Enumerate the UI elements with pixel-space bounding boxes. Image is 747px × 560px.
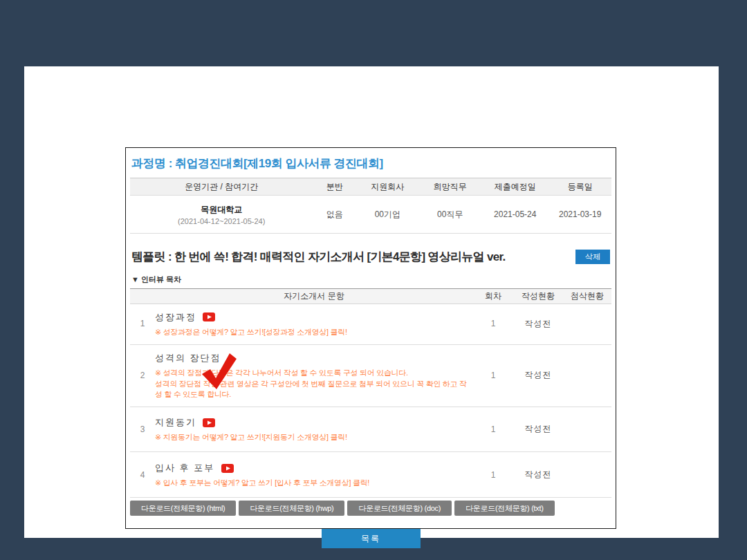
question-note: ※ 성격의 장점과 단점은 각각 나누어서 작성 할 수 있도록 구성 되어 있…: [155, 368, 468, 378]
template-title-bar: 템플릿 : 한 번에 쓱! 합격! 매력적인 자기소개서 [기본4문항] 영상리…: [130, 249, 611, 265]
header-job: 희망직무: [419, 181, 481, 193]
header-org-period: 운영기관 / 참여기간: [130, 181, 313, 193]
write-status-value: 작성전: [513, 423, 563, 435]
interview-row-3: 3 지원동기 ※ 지원동기는 어떻게? 알고 쓰기![지원동기 소개영상] 클릭…: [130, 407, 611, 453]
header-round: 회차: [473, 290, 513, 302]
round-value: 1: [473, 424, 513, 434]
list-button-bar: 목록: [130, 529, 611, 548]
row-number: 4: [130, 470, 155, 480]
youtube-play-icon[interactable]: [221, 464, 234, 473]
download-doc-button[interactable]: 다운로드(전체문항) (doc): [347, 501, 452, 516]
cell-org-period: 목원대학교 (2021-04-12~2021-05-24): [130, 204, 313, 225]
row-number: 2: [130, 371, 155, 380]
question-title-link[interactable]: 입사 후 포부: [155, 462, 214, 474]
write-status-value: 작성전: [513, 469, 563, 480]
question-cell: 성격의 장단점 ※ 성격의 장점과 단점은 각각 나누어서 작성 할 수 있도록…: [155, 351, 473, 400]
header-class: 분반: [313, 181, 356, 193]
header-due-date: 제출예정일: [481, 181, 548, 193]
download-txt-button[interactable]: 다운로드(전체문항) (txt): [454, 501, 555, 516]
round-value: 1: [473, 371, 513, 380]
interview-header-row: 자기소개서 문항 회차 작성현황 첨삭현황: [130, 288, 611, 304]
course-info-table: 운영기관 / 참여기간 분반 지원회사 희망직무 제출예정일 등록일 목원대학교…: [130, 178, 611, 234]
header-review-status: 첨삭현황: [563, 290, 611, 302]
course-info-data-row: 목원대학교 (2021-04-12~2021-05-24) 없음 00기업 00…: [130, 196, 611, 234]
question-title-link[interactable]: 성장과정: [155, 311, 196, 324]
cell-due-date: 2021-05-24: [481, 209, 548, 219]
cell-job: 00직무: [419, 209, 481, 221]
round-value: 1: [473, 470, 513, 480]
row-number: 3: [130, 424, 155, 434]
youtube-play-icon[interactable]: [203, 312, 215, 321]
download-button-bar: 다운로드(전체문항) (html) 다운로드(전체문항) (hwp) 다운로드(…: [130, 501, 611, 516]
interview-row-2: 2 성격의 장단점 ※ 성격의 장점과 단점은 각각 나누어서 작성 할 수 있…: [130, 345, 611, 407]
row-number: 1: [130, 319, 155, 328]
cell-class: 없음: [313, 209, 356, 221]
question-cell: 성장과정 ※ 성장과정은 어떻게? 알고 쓰기![성장과정 소개영상] 클릭!: [155, 310, 473, 337]
course-title: 과정명 : 취업경진대회[제19회 입사서류 경진대회]: [130, 148, 611, 178]
content-sheet: 과정명 : 취업경진대회[제19회 입사서류 경진대회] 운영기관 / 참여기간…: [24, 66, 719, 538]
round-value: 1: [473, 319, 513, 328]
course-info-header-row: 운영기관 / 참여기간 분반 지원회사 희망직무 제출예정일 등록일: [130, 178, 611, 196]
template-title: 템플릿 : 한 번에 쓱! 합격! 매력적인 자기소개서 [기본4문항] 영상리…: [131, 249, 575, 265]
list-button[interactable]: 목록: [322, 529, 421, 548]
download-hwp-button[interactable]: 다운로드(전체문항) (hwp): [239, 501, 344, 516]
question-cell: 입사 후 포부 ※ 입사 후 포부는 어떻게? 알고 쓰기 [입사 후 포부 소…: [155, 461, 473, 488]
header-question: 자기소개서 문항: [155, 290, 473, 302]
write-status-value: 작성전: [513, 318, 563, 330]
org-name: 목원대학교: [130, 204, 313, 216]
question-title-link[interactable]: 성격의 장단점: [155, 352, 221, 364]
download-html-button[interactable]: 다운로드(전체문항) (html): [130, 501, 236, 516]
interview-row-4: 4 입사 후 포부 ※ 입사 후 포부는 어떻게? 알고 쓰기 [입사 후 포부…: [130, 452, 611, 498]
question-cell: 지원동기 ※ 지원동기는 어떻게? 알고 쓰기![지원동기 소개영상] 클릭!: [155, 416, 473, 443]
write-status-value: 작성전: [513, 369, 563, 381]
question-note: 성격의 장단점 작성 관련 영상은 각 구성안에 첫 번째 질문으로 첨부 되어…: [155, 379, 468, 400]
delete-button[interactable]: 삭제: [575, 250, 610, 264]
header-company: 지원회사: [356, 181, 418, 193]
cell-reg-date: 2021-03-19: [548, 209, 611, 219]
question-note: ※ 지원동기는 어떻게? 알고 쓰기![지원동기 소개영상] 클릭!: [155, 432, 468, 442]
page: { "colors": { "background_navy": "#2f415…: [0, 0, 747, 560]
question-title-link[interactable]: 지원동기: [155, 416, 196, 429]
header-reg-date: 등록일: [548, 181, 611, 193]
header-write-status: 작성현황: [513, 290, 563, 302]
youtube-play-icon[interactable]: [203, 418, 215, 427]
question-note: ※ 입사 후 포부는 어떻게? 알고 쓰기 [입사 후 포부 소개영상] 클릭!: [155, 478, 468, 488]
interview-toc-label: ▼ 인터뷰 목차: [131, 274, 610, 285]
interview-row-1: 1 성장과정 ※ 성장과정은 어떻게? 알고 쓰기![성장과정 소개영상] 클릭…: [130, 304, 611, 345]
interview-table: 자기소개서 문항 회차 작성현황 첨삭현황 1 성장과정 ※ 성장과정은 어떻게…: [130, 288, 611, 498]
question-note: ※ 성장과정은 어떻게? 알고 쓰기![성장과정 소개영상] 클릭!: [155, 327, 468, 337]
participation-period: (2021-04-12~2021-05-24): [130, 217, 313, 225]
cell-company: 00기업: [356, 209, 418, 221]
course-detail-panel: 과정명 : 취업경진대회[제19회 입사서류 경진대회] 운영기관 / 참여기간…: [125, 147, 616, 529]
